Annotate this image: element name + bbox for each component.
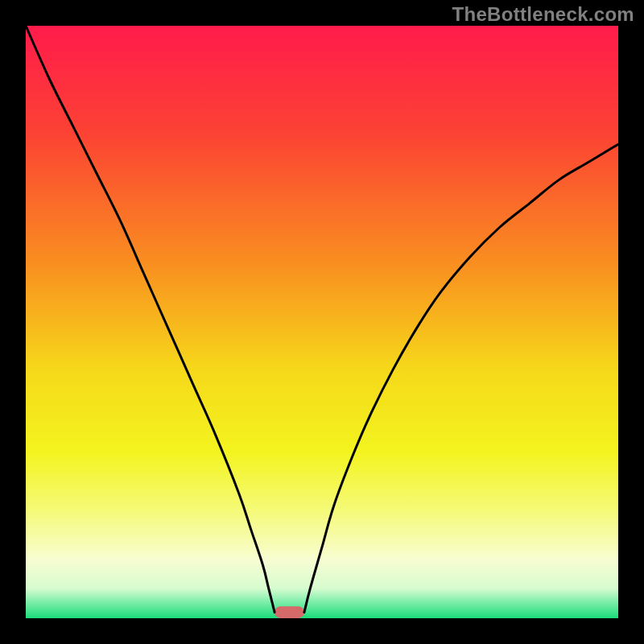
plot-svg xyxy=(26,26,618,618)
highlight-bar xyxy=(275,606,304,618)
gradient-background xyxy=(26,26,618,618)
chart-container: TheBottleneck.com xyxy=(0,0,644,644)
watermark-text: TheBottleneck.com xyxy=(452,3,634,26)
plot-area xyxy=(26,26,618,618)
